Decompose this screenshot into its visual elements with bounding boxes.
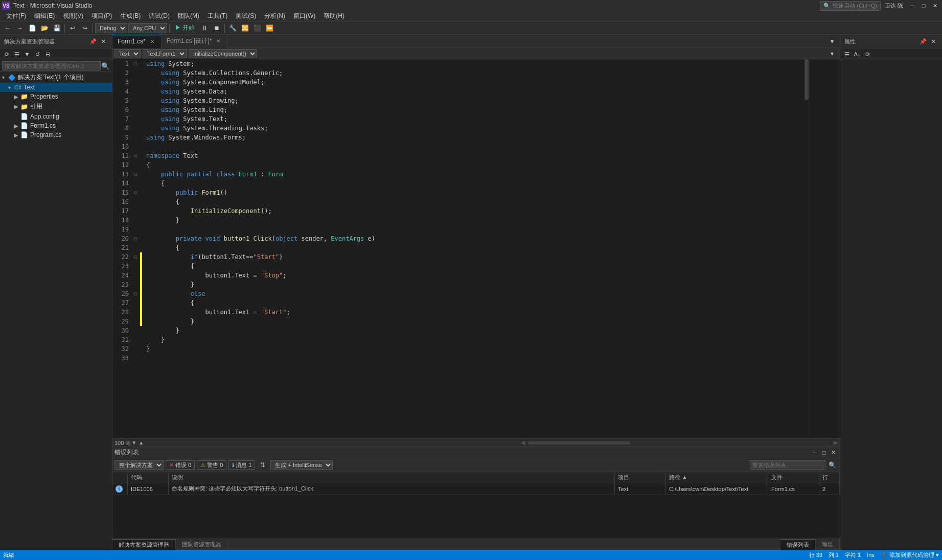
error-filter-dropdown[interactable]: 整个解决方案 bbox=[114, 460, 164, 470]
sidebar-pin-btn[interactable]: 📌 bbox=[88, 37, 98, 46]
toolbar-more1[interactable]: 🔧 bbox=[227, 22, 238, 34]
code-nav-expand[interactable]: ▾ bbox=[826, 48, 838, 59]
message-count-badge[interactable]: ℹ 消息 1 bbox=[228, 460, 255, 470]
sidebar-tb-sync[interactable]: ⟳ bbox=[2, 50, 11, 59]
tree-programcs[interactable]: ▶ 📄 Program.cs bbox=[0, 130, 112, 139]
hscrollbar[interactable] bbox=[526, 441, 833, 445]
fold-20[interactable]: ⊟ bbox=[131, 234, 140, 243]
tree-appconfig[interactable]: 📄 App.config bbox=[0, 112, 112, 121]
toolbar-forward[interactable]: → bbox=[14, 22, 26, 34]
fold-13[interactable]: ⊟ bbox=[131, 170, 140, 179]
toolbar-more3[interactable]: ⬛ bbox=[251, 22, 263, 34]
bottom-tab-team-explorer[interactable]: 团队资源管理器 bbox=[176, 539, 228, 550]
error-count-badge[interactable]: ✕ 错误 0 bbox=[166, 460, 195, 470]
start-button[interactable]: ▶ 开始 bbox=[172, 22, 198, 33]
props-alpha-btn[interactable]: A↓ bbox=[853, 50, 862, 59]
tree-properties[interactable]: ▶ 📁 Properties bbox=[0, 92, 112, 101]
props-pin[interactable]: 📌 bbox=[918, 37, 928, 46]
tab-form1cs[interactable]: Form1.cs* ✕ bbox=[112, 35, 162, 48]
toolbar-undo[interactable]: ↩ bbox=[67, 22, 78, 34]
close-button[interactable]: ✕ bbox=[930, 2, 940, 10]
error-sort-btn[interactable]: ⇅ bbox=[257, 459, 268, 471]
class-dropdown[interactable]: Text.Form1 bbox=[143, 49, 187, 58]
toolbar-save[interactable]: 💾 bbox=[51, 22, 62, 34]
props-refresh-btn[interactable]: ⟳ bbox=[863, 50, 872, 59]
props-close[interactable]: ✕ bbox=[929, 37, 938, 46]
error-search-input[interactable] bbox=[750, 460, 825, 470]
zoom-decrease[interactable]: ▼ bbox=[130, 439, 137, 447]
bottom-tab-solution-explorer[interactable]: 解决方案资源管理器 bbox=[112, 539, 176, 550]
code-editor[interactable]: 12345 678910 1112131415 1617181920 21222… bbox=[112, 59, 840, 438]
status-char[interactable]: 字符 1 bbox=[845, 551, 861, 559]
col-desc-header[interactable]: 说明 bbox=[169, 472, 615, 483]
warning-count-badge[interactable]: ⚠ 警告 0 bbox=[197, 460, 226, 470]
title-search[interactable]: 🔍 快速启动 (Ctrl+Q) bbox=[820, 1, 880, 11]
fold-15[interactable]: ⊟ bbox=[131, 188, 140, 197]
tab-dropdown-btn[interactable]: ▾ bbox=[826, 36, 838, 47]
sidebar-close-btn[interactable]: ✕ bbox=[99, 37, 108, 46]
error-panel-float[interactable]: □ bbox=[819, 448, 829, 457]
toolbar-new[interactable]: 📄 bbox=[27, 22, 38, 34]
sidebar-tb-refresh[interactable]: ↺ bbox=[33, 50, 42, 59]
menu-view[interactable]: 视图(V) bbox=[59, 11, 87, 21]
status-add-source[interactable]: ➕ 添加到源代码管理 ▾ bbox=[881, 551, 939, 559]
tab-form1cs-designer[interactable]: Form1.cs [设计]* ✕ bbox=[162, 35, 228, 48]
menu-tools[interactable]: 工具(T) bbox=[203, 11, 232, 21]
pause-button[interactable]: ⏸ bbox=[199, 22, 210, 34]
tab-designer-close[interactable]: ✕ bbox=[215, 38, 222, 45]
scrollbar-thumb[interactable] bbox=[805, 59, 809, 100]
context-dropdown[interactable]: Text bbox=[114, 49, 141, 58]
minimize-button[interactable]: ─ bbox=[907, 2, 917, 10]
menu-project[interactable]: 项目(P) bbox=[87, 11, 116, 21]
fold-1[interactable]: ⊟ bbox=[131, 59, 140, 68]
project-text[interactable]: ▾ C# Text bbox=[0, 83, 112, 92]
tree-references[interactable]: ▶ 📁 引用 bbox=[0, 101, 112, 112]
tab-form1cs-close[interactable]: ✕ bbox=[149, 38, 156, 45]
bottom-tab-error-list[interactable]: 错误列表 bbox=[780, 539, 816, 550]
method-dropdown[interactable]: InitializeComponent() bbox=[189, 49, 257, 58]
menu-test[interactable]: 测试(S) bbox=[232, 11, 260, 21]
tree-form1cs[interactable]: ▶ 📄 Form1.cs bbox=[0, 121, 112, 130]
status-col[interactable]: 列 1 bbox=[829, 551, 839, 559]
status-ready[interactable]: 就绪 bbox=[3, 551, 14, 559]
col-file-header[interactable]: 文件 bbox=[768, 472, 819, 483]
status-ins[interactable]: Ins bbox=[867, 552, 875, 558]
platform-dropdown[interactable]: Any CPU bbox=[128, 23, 167, 33]
error-row-1[interactable]: i IDE1006 命名规则冲突: 这些字必须以大写字符开头: button1_… bbox=[112, 483, 840, 495]
build-intellisense-dropdown[interactable]: 生成 + IntelliSense bbox=[270, 460, 333, 470]
hscrollbar-thumb[interactable] bbox=[528, 441, 630, 445]
bottom-tab-output[interactable]: 输出 bbox=[816, 539, 840, 550]
sidebar-tb-props[interactable]: ☰ bbox=[12, 50, 21, 59]
menu-build[interactable]: 生成(B) bbox=[116, 11, 145, 21]
col-path-header[interactable]: 路径 ▲ bbox=[666, 472, 768, 483]
menu-edit[interactable]: 编辑(E) bbox=[30, 11, 59, 21]
code-content[interactable]: using System; using System.Collections.G… bbox=[142, 59, 804, 438]
config-dropdown[interactable]: Debug bbox=[95, 23, 127, 33]
props-category-btn[interactable]: ☰ bbox=[842, 50, 852, 59]
col-proj-header[interactable]: 项目 bbox=[615, 472, 666, 483]
error-panel-close[interactable]: ✕ bbox=[829, 448, 838, 457]
menu-help[interactable]: 帮助(H) bbox=[319, 11, 349, 21]
fold-22[interactable]: ⊟ bbox=[131, 252, 140, 262]
menu-window[interactable]: 窗口(W) bbox=[289, 11, 319, 21]
maximize-button[interactable]: □ bbox=[918, 2, 929, 10]
toolbar-more2[interactable]: 🔀 bbox=[239, 22, 250, 34]
toolbar-redo[interactable]: ↪ bbox=[79, 22, 90, 34]
menu-file[interactable]: 文件(F) bbox=[2, 11, 30, 21]
zoom-increase[interactable]: ▲ bbox=[137, 439, 145, 447]
stop-button[interactable]: ⏹ bbox=[211, 22, 222, 34]
error-search-btn[interactable]: 🔍 bbox=[826, 459, 838, 471]
col-line-header[interactable]: 行 bbox=[819, 472, 840, 483]
toolbar-more4[interactable]: ⏩ bbox=[264, 22, 275, 34]
solution-search-btn[interactable]: 🔍 bbox=[101, 61, 110, 71]
toolbar-back[interactable]: ← bbox=[2, 22, 13, 34]
sidebar-tb-filter[interactable]: ▼ bbox=[22, 50, 32, 59]
col-code-header[interactable]: 代码 bbox=[128, 472, 169, 483]
error-panel-minimize[interactable]: ─ bbox=[810, 448, 819, 457]
menu-debug[interactable]: 调试(D) bbox=[145, 11, 174, 21]
fold-26[interactable]: ⊟ bbox=[131, 289, 140, 298]
status-line[interactable]: 行 33 bbox=[809, 551, 822, 559]
solution-root[interactable]: ▾ 🔷 解决方案'Text'(1 个项目) bbox=[0, 72, 112, 83]
sidebar-tb-collapse[interactable]: ⊟ bbox=[43, 50, 52, 59]
menu-team[interactable]: 团队(M) bbox=[174, 11, 203, 21]
